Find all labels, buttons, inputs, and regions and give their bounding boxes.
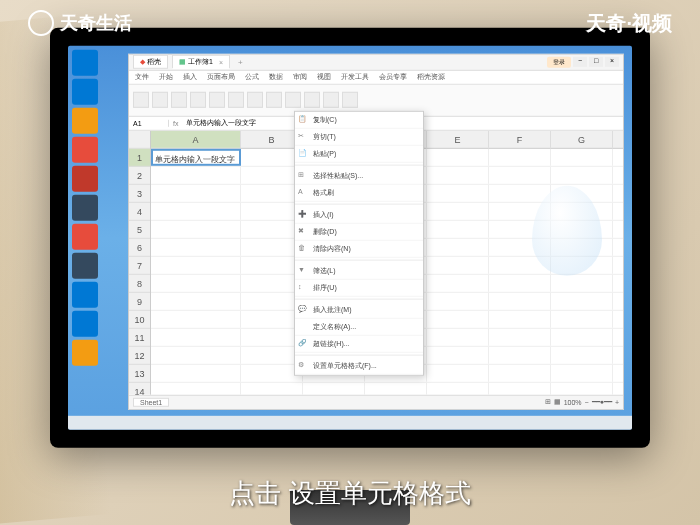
context-menu-item[interactable]: 📋复制(C) xyxy=(295,111,423,128)
ribbon-tab[interactable]: 稻壳资源 xyxy=(415,72,447,82)
row-headers: 1 2 3 4 5 6 7 8 9 10 11 12 13 14 xyxy=(129,130,151,394)
new-tab-button[interactable]: + xyxy=(234,57,247,66)
toolbar-button[interactable] xyxy=(209,92,225,108)
fx-icon[interactable]: fx xyxy=(169,119,182,126)
ribbon-tab[interactable]: 会员专享 xyxy=(377,72,409,82)
watermark-top-left: 天奇生活 xyxy=(28,10,132,36)
desktop-icon[interactable] xyxy=(72,107,98,133)
desktop-icon[interactable] xyxy=(72,310,98,336)
row-header[interactable]: 1 xyxy=(129,148,150,166)
zoom-slider[interactable]: ━━●━━ xyxy=(592,398,612,406)
column-header[interactable]: F xyxy=(489,130,551,147)
desktop-icon[interactable] xyxy=(72,165,98,191)
toolbar-button[interactable] xyxy=(304,92,320,108)
select-all-corner[interactable] xyxy=(129,130,150,148)
windows-taskbar[interactable] xyxy=(68,415,632,429)
context-menu: 📋复制(C)✂剪切(T)📄粘贴(P)⊞选择性粘贴(S)...A格式刷➕插入(I)… xyxy=(294,110,424,375)
context-menu-item[interactable]: ✖删除(D) xyxy=(295,223,423,240)
desktop-icon[interactable] xyxy=(72,49,98,75)
ribbon-tab-bar: 文件 开始 插入 页面布局 公式 数据 审阅 视图 开发工具 会员专享 稻壳资源 xyxy=(129,70,623,84)
context-menu-item[interactable]: 定义名称(A)... xyxy=(295,318,423,335)
minimize-button[interactable]: − xyxy=(573,56,587,66)
context-menu-item[interactable]: ↕排序(U) xyxy=(295,279,423,296)
context-menu-item[interactable]: ⚙设置单元格格式(F)... xyxy=(295,357,423,374)
toolbar-button[interactable] xyxy=(152,92,168,108)
ribbon-tab[interactable]: 审阅 xyxy=(291,72,309,82)
context-menu-item[interactable]: A格式刷 xyxy=(295,184,423,201)
row-header[interactable]: 8 xyxy=(129,274,150,292)
desktop-screen: ◆稻壳 ▦工作簿1× + 登录 − □ × 文件 开始 插入 页面布局 公式 数… xyxy=(68,45,632,429)
ribbon-tab[interactable]: 文件 xyxy=(133,72,151,82)
toolbar-button[interactable] xyxy=(323,92,339,108)
desktop-icon[interactable] xyxy=(72,223,98,249)
desktop-icon[interactable] xyxy=(72,339,98,365)
column-header[interactable]: G xyxy=(551,130,613,147)
status-bar: Sheet1 ⊞ ▦ 100% − ━━●━━ + xyxy=(129,394,623,408)
row-header[interactable]: 7 xyxy=(129,256,150,274)
row-header[interactable]: 3 xyxy=(129,184,150,202)
view-mode-icon[interactable]: ▦ xyxy=(554,398,561,406)
context-menu-item[interactable]: 🔗超链接(H)... xyxy=(295,335,423,352)
context-menu-item[interactable]: ✂剪切(T) xyxy=(295,128,423,145)
cell-a1-selected[interactable]: 单元格内输入一段文字 xyxy=(151,148,241,165)
column-header[interactable]: A xyxy=(151,130,241,147)
ribbon-tab[interactable]: 数据 xyxy=(267,72,285,82)
maximize-button[interactable]: □ xyxy=(589,56,603,66)
ribbon-tab[interactable]: 插入 xyxy=(181,72,199,82)
ribbon-tab[interactable]: 视图 xyxy=(315,72,333,82)
toolbar-button[interactable] xyxy=(247,92,263,108)
login-button[interactable]: 登录 xyxy=(547,56,571,67)
desktop-icon[interactable] xyxy=(72,78,98,104)
toolbar-button[interactable] xyxy=(190,92,206,108)
document-tab[interactable]: ◆稻壳 xyxy=(133,55,168,69)
video-subtitle: 点击 设置单元格格式 xyxy=(229,476,470,511)
column-header[interactable]: E xyxy=(427,130,489,147)
view-mode-icon[interactable]: ⊞ xyxy=(545,398,551,406)
row-header[interactable]: 4 xyxy=(129,202,150,220)
context-menu-item[interactable]: ⊞选择性粘贴(S)... xyxy=(295,167,423,184)
title-bar: ◆稻壳 ▦工作簿1× + 登录 − □ × xyxy=(129,54,623,70)
ribbon-tab[interactable]: 开发工具 xyxy=(339,72,371,82)
context-menu-item[interactable]: 💬插入批注(M) xyxy=(295,301,423,318)
toolbar-button[interactable] xyxy=(133,92,149,108)
ribbon-tab[interactable]: 开始 xyxy=(157,72,175,82)
toolbar-button[interactable] xyxy=(228,92,244,108)
zoom-in-button[interactable]: + xyxy=(615,398,619,405)
document-tab-active[interactable]: ▦工作簿1× xyxy=(172,55,230,69)
desktop-icon[interactable] xyxy=(72,194,98,220)
context-menu-item[interactable]: ➕插入(I) xyxy=(295,206,423,223)
row-header[interactable]: 2 xyxy=(129,166,150,184)
desktop-icons-column xyxy=(72,49,98,365)
zoom-level[interactable]: 100% xyxy=(564,398,582,405)
row-header[interactable]: 11 xyxy=(129,328,150,346)
zoom-out-button[interactable]: − xyxy=(585,398,589,405)
context-menu-item[interactable]: ▼筛选(L) xyxy=(295,262,423,279)
desktop-icon[interactable] xyxy=(72,252,98,278)
desktop-icon[interactable] xyxy=(72,281,98,307)
toolbar-button[interactable] xyxy=(266,92,282,108)
row-header[interactable]: 6 xyxy=(129,238,150,256)
context-menu-item[interactable]: 🗑清除内容(N) xyxy=(295,240,423,257)
sheet-tab[interactable]: Sheet1 xyxy=(133,397,169,406)
desktop-icon[interactable] xyxy=(72,136,98,162)
ribbon-tab[interactable]: 公式 xyxy=(243,72,261,82)
monitor-frame: ◆稻壳 ▦工作簿1× + 登录 − □ × 文件 开始 插入 页面布局 公式 数… xyxy=(50,27,650,447)
row-header[interactable]: 13 xyxy=(129,364,150,382)
row-header[interactable]: 5 xyxy=(129,220,150,238)
name-box[interactable]: A1 xyxy=(129,119,169,126)
row-header[interactable]: 9 xyxy=(129,292,150,310)
row-header[interactable]: 12 xyxy=(129,346,150,364)
toolbar-button[interactable] xyxy=(342,92,358,108)
toolbar-button[interactable] xyxy=(285,92,301,108)
close-button[interactable]: × xyxy=(605,56,619,66)
toolbar-button[interactable] xyxy=(171,92,187,108)
row-header[interactable]: 14 xyxy=(129,382,150,394)
watermark-top-right: 天奇·视频 xyxy=(586,10,672,37)
ribbon-tab[interactable]: 页面布局 xyxy=(205,72,237,82)
context-menu-item[interactable]: 📄粘贴(P) xyxy=(295,145,423,162)
row-header[interactable]: 10 xyxy=(129,310,150,328)
